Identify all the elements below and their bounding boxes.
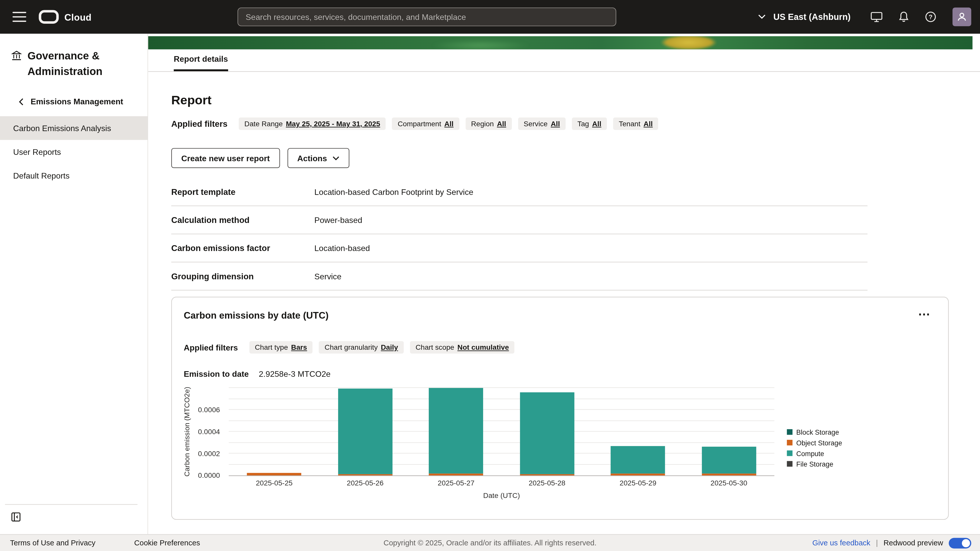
- notifications-bell-icon[interactable]: [899, 11, 909, 22]
- tab-bar: Report details: [148, 49, 980, 72]
- console-monitor-icon[interactable]: [870, 11, 883, 22]
- svg-text:?: ?: [929, 14, 932, 21]
- chart-gridline: [229, 398, 774, 399]
- give-us-feedback-link[interactable]: Give us feedback: [812, 538, 870, 547]
- search-input[interactable]: [238, 7, 616, 26]
- filter-chip-value: All: [551, 120, 560, 127]
- detail-label: Grouping dimension: [171, 272, 314, 281]
- sidebar-item-carbon-emissions-analysis[interactable]: Carbon Emissions Analysis: [0, 116, 148, 140]
- filter-chip-value: All: [444, 120, 453, 127]
- bar-segment[interactable]: [611, 474, 665, 475]
- action-buttons-row: Create new user report Actions: [171, 148, 350, 168]
- sidebar: Governance & Administration Emissions Ma…: [0, 34, 148, 534]
- x-axis-title: Date (UTC): [229, 492, 774, 499]
- brand[interactable]: Cloud: [39, 10, 92, 24]
- filter-chip-date-range[interactable]: Date Range May 25, 2025 - May 31, 2025: [239, 118, 386, 130]
- chart-gridline: [229, 387, 774, 388]
- legend-item[interactable]: Object Storage: [787, 437, 842, 448]
- create-new-user-report-button[interactable]: Create new user report: [171, 148, 280, 168]
- top-bar-right: US East (Ashburn) ?: [758, 0, 971, 34]
- y-tick-label: 0.0006: [183, 406, 220, 413]
- sidebar-title: Governance & Administration: [0, 34, 148, 88]
- legend-item[interactable]: Compute: [787, 448, 842, 459]
- filter-chip-label: Service: [524, 120, 548, 127]
- y-tick-label: 0.0004: [183, 428, 220, 435]
- sidebar-item-default-reports[interactable]: Default Reports: [0, 164, 148, 187]
- bar-segment[interactable]: [702, 474, 756, 475]
- footer-right: Give us feedback | Redwood preview: [812, 537, 971, 548]
- filter-chip-label: Date Range: [245, 120, 283, 127]
- terms-link[interactable]: Terms of Use and Privacy: [10, 538, 95, 547]
- main-content: Report details Report Applied filters Da…: [148, 34, 980, 534]
- carbon-emissions-card: Carbon emissions by date (UTC) ⋯ Applied…: [171, 297, 949, 519]
- actions-button[interactable]: Actions: [287, 148, 350, 168]
- detail-value: Location-based: [314, 243, 370, 253]
- detail-row-carbon-emissions-factor: Carbon emissions factor Location-based: [171, 234, 867, 262]
- toggle-knob: [962, 539, 970, 547]
- chevron-down-icon: [758, 14, 765, 19]
- bar-segment[interactable]: [520, 392, 574, 474]
- legend-label: Compute: [796, 449, 824, 457]
- bar-segment[interactable]: [429, 388, 484, 473]
- help-icon[interactable]: ?: [925, 11, 936, 22]
- global-search: [238, 7, 616, 26]
- filter-chip-service[interactable]: Service All: [518, 118, 566, 130]
- user-avatar[interactable]: [953, 7, 971, 26]
- actions-button-label: Actions: [298, 153, 327, 163]
- x-tick-label: 2025-05-30: [683, 479, 774, 486]
- page-title: Report: [171, 94, 212, 108]
- region-label: US East (Ashburn): [773, 12, 851, 22]
- oracle-cloud-console: Cloud US East (Ashburn) ?: [0, 0, 980, 551]
- cookie-preferences-link[interactable]: Cookie Preferences: [134, 538, 200, 547]
- redwood-preview-toggle[interactable]: [949, 537, 971, 548]
- bar-segment[interactable]: [247, 473, 301, 475]
- bar-segment[interactable]: [611, 446, 665, 474]
- hamburger-menu-icon[interactable]: [13, 12, 26, 22]
- filter-chip-value: All: [497, 120, 506, 127]
- x-tick-label: 2025-05-27: [410, 479, 501, 486]
- x-axis-ticks: 2025-05-252025-05-262025-05-272025-05-28…: [229, 479, 774, 489]
- bar-segment[interactable]: [520, 474, 574, 475]
- sidebar-title-label: Governance & Administration: [27, 49, 127, 79]
- legend-swatch-icon: [787, 451, 792, 456]
- x-tick-label: 2025-05-29: [593, 479, 683, 486]
- x-tick-label: 2025-05-26: [320, 479, 410, 486]
- chart-plot-area: [229, 388, 774, 476]
- filter-chip-tenant[interactable]: Tenant All: [613, 118, 659, 130]
- y-tick-label: 0.0002: [183, 450, 220, 457]
- bar-segment[interactable]: [338, 474, 392, 475]
- legend-item[interactable]: Block Storage: [787, 427, 842, 437]
- bar-segment[interactable]: [702, 447, 756, 474]
- chart-legend: Block StorageObject StorageComputeFile S…: [787, 427, 842, 469]
- redwood-preview-label: Redwood preview: [883, 538, 943, 547]
- footer-separator: |: [876, 538, 878, 547]
- filter-chip-label: Compartment: [398, 120, 441, 127]
- chart-gridline: [229, 409, 774, 410]
- sidebar-back[interactable]: Emissions Management: [0, 88, 148, 113]
- oracle-logo-icon: [39, 10, 59, 24]
- filter-chip-label: Region: [471, 120, 494, 127]
- person-icon: [957, 12, 967, 22]
- tab-report-details[interactable]: Report details: [174, 54, 228, 71]
- chart-gridline: [229, 420, 774, 421]
- filter-chip-tag[interactable]: Tag All: [572, 118, 607, 130]
- report-details-list: Report template Location-based Carbon Fo…: [171, 178, 867, 291]
- legend-label: Block Storage: [796, 428, 839, 436]
- region-selector[interactable]: US East (Ashburn): [758, 12, 851, 22]
- filter-chip-region[interactable]: Region All: [466, 118, 512, 130]
- bar-segment[interactable]: [338, 389, 392, 474]
- footer-links: Terms of Use and Privacy Cookie Preferen…: [10, 538, 200, 547]
- filter-chip-compartment[interactable]: Compartment All: [392, 118, 459, 130]
- legend-label: File Storage: [796, 460, 833, 468]
- banner-illustration: [148, 36, 972, 49]
- bar-segment[interactable]: [429, 474, 484, 475]
- detail-value: Location-based Carbon Footprint by Servi…: [314, 187, 473, 197]
- legend-swatch-icon: [787, 440, 792, 445]
- legend-item[interactable]: File Storage: [787, 459, 842, 469]
- filter-chip-label: Tenant: [619, 120, 641, 127]
- filter-chip-label: Tag: [578, 120, 589, 127]
- filter-chip-value: May 25, 2025 - May 31, 2025: [286, 120, 380, 127]
- collapse-panel-icon[interactable]: [11, 512, 21, 524]
- detail-row-report-template: Report template Location-based Carbon Fo…: [171, 178, 867, 206]
- sidebar-item-user-reports[interactable]: User Reports: [0, 140, 148, 164]
